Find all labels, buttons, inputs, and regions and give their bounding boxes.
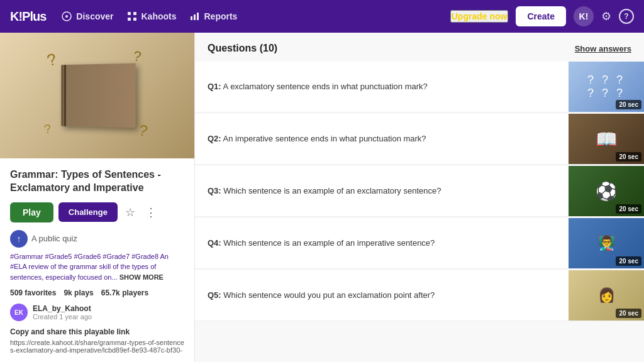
logo[interactable]: K!Plus <box>10 9 46 24</box>
question-thumbnail: 👨‍🏫 20 sec <box>569 218 644 268</box>
grid-icon <box>126 11 138 22</box>
plays-stat: 9k plays <box>64 288 93 297</box>
author-row: EK ELA_by_Kahoot Created 1 year ago <box>10 304 184 321</box>
nav-discover[interactable]: Discover <box>61 11 113 22</box>
gear-icon[interactable]: ⚙ <box>601 9 611 23</box>
right-panel: Questions (10) Show answers Q1: A exclam… <box>195 33 644 362</box>
question-thumbnail: ? ? ?? ? ? 20 sec <box>569 62 644 112</box>
svg-rect-4 <box>128 18 131 21</box>
time-badge: 20 sec <box>616 309 641 318</box>
question-thumbnail: ⚽ 20 sec <box>569 166 644 216</box>
left-panel: ? ? ? ? Grammar: Types of Sentences - Ex… <box>0 33 195 362</box>
question-label: Q2: <box>208 134 221 143</box>
share-link-title: Copy and share this playable link <box>10 327 184 336</box>
main-content: ? ? ? ? Grammar: Types of Sentences - Ex… <box>0 33 644 362</box>
svg-rect-3 <box>133 12 136 15</box>
question-text-area: Q4: Which sentence is an example of an i… <box>195 228 569 259</box>
play-button[interactable]: Play <box>10 202 53 222</box>
upgrade-button[interactable]: Upgrade now <box>450 10 509 23</box>
avatar: EK <box>10 304 28 321</box>
author-name: ELA_by_Kahoot <box>33 304 92 313</box>
question-card[interactable]: Q3: Which sentence is an example of an e… <box>195 166 644 217</box>
questions-title: Questions (10) <box>208 43 277 54</box>
question-text-area: Q1: A exclamatory sentence ends in what … <box>195 71 569 102</box>
question-thumbnail: 👩 20 sec <box>569 270 644 321</box>
quiz-type: ↑ A public quiz <box>10 230 184 248</box>
create-button[interactable]: Create <box>516 6 566 26</box>
question-text-area: Q3: Which sentence is an example of an e… <box>195 175 569 207</box>
time-badge: 20 sec <box>616 204 641 214</box>
question-text: Which sentence is an example of an imper… <box>223 238 435 248</box>
time-badge: 20 sec <box>616 256 641 266</box>
question-text: Which sentence would you put an exclamat… <box>223 290 435 300</box>
show-more-button[interactable]: SHOW MORE <box>119 273 164 281</box>
players-stat: 65.7k players <box>101 288 148 297</box>
quiz-title: Grammar: Types of Sentences - Exclamator… <box>10 168 184 195</box>
help-icon[interactable]: ? <box>619 9 634 24</box>
author-info: ELA_by_Kahoot Created 1 year ago <box>33 304 92 321</box>
favorite-button[interactable]: ☆ <box>123 203 138 222</box>
svg-rect-6 <box>191 16 192 20</box>
share-link-section: Copy and share this playable link https:… <box>10 327 184 354</box>
header-right: Upgrade now Create K! ⚙ ? <box>450 6 634 26</box>
time-badge: 20 sec <box>616 100 641 109</box>
question-label: Q1: <box>208 82 221 91</box>
action-buttons: Play Challenge ☆ ⋮ <box>10 202 184 222</box>
share-link-url: https://create.kahoot.it/share/grammar-t… <box>10 339 184 354</box>
question-text: Which sentence is an example of an excla… <box>223 186 441 195</box>
hero-image: ? ? ? ? <box>0 33 194 158</box>
question-text-area: Q5: Which sentence would you put an excl… <box>195 280 569 311</box>
main-nav: Discover Kahoots Reports <box>61 11 435 22</box>
questions-list: Q1: A exclamatory sentence ends in what … <box>195 62 644 321</box>
question-label: Q4: <box>208 238 221 248</box>
question-label: Q3: <box>208 186 221 195</box>
svg-rect-5 <box>133 18 136 21</box>
svg-rect-8 <box>197 13 199 20</box>
bar-chart-icon <box>189 11 201 22</box>
nav-reports[interactable]: Reports <box>189 11 238 22</box>
favorites-stat: 509 favorites <box>10 288 56 297</box>
challenge-button[interactable]: Challenge <box>58 202 118 222</box>
stats-row: 509 favorites 9k plays 65.7k players <box>10 288 184 297</box>
svg-point-1 <box>65 15 68 18</box>
question-card[interactable]: Q1: A exclamatory sentence ends in what … <box>195 62 644 112</box>
main-header: K!Plus Discover Kahoots Reports Upgrade … <box>0 0 644 33</box>
question-text: A exclamatory sentence ends in what punc… <box>223 82 428 91</box>
quiz-tags: #Grammar #Grade5 #Grade6 #Grade7 #Grade8… <box>10 251 184 283</box>
more-options-button[interactable]: ⋮ <box>143 203 159 222</box>
svg-rect-2 <box>128 12 131 15</box>
questions-header: Questions (10) Show answers <box>195 33 644 62</box>
question-thumbnail: 📖 20 sec <box>569 114 644 164</box>
question-label: Q5: <box>208 290 221 300</box>
arrow-up-icon: ↑ <box>10 230 28 248</box>
k-icon-button[interactable]: K! <box>574 6 594 26</box>
svg-rect-7 <box>194 14 196 20</box>
show-answers-button[interactable]: Show answers <box>575 44 631 53</box>
question-text: An imperative sentence ends in what punc… <box>223 134 426 143</box>
question-text-area: Q2: An imperative sentence ends in what … <box>195 123 569 155</box>
compass-icon <box>61 11 72 22</box>
question-card[interactable]: Q2: An imperative sentence ends in what … <box>195 114 644 165</box>
time-badge: 20 sec <box>616 152 641 162</box>
panel-body: Grammar: Types of Sentences - Exclamator… <box>0 158 194 362</box>
question-card[interactable]: Q5: Which sentence would you put an excl… <box>195 270 644 321</box>
author-date: Created 1 year ago <box>33 313 92 321</box>
question-card[interactable]: Q4: Which sentence is an example of an i… <box>195 218 644 269</box>
nav-kahoots[interactable]: Kahoots <box>126 11 177 22</box>
